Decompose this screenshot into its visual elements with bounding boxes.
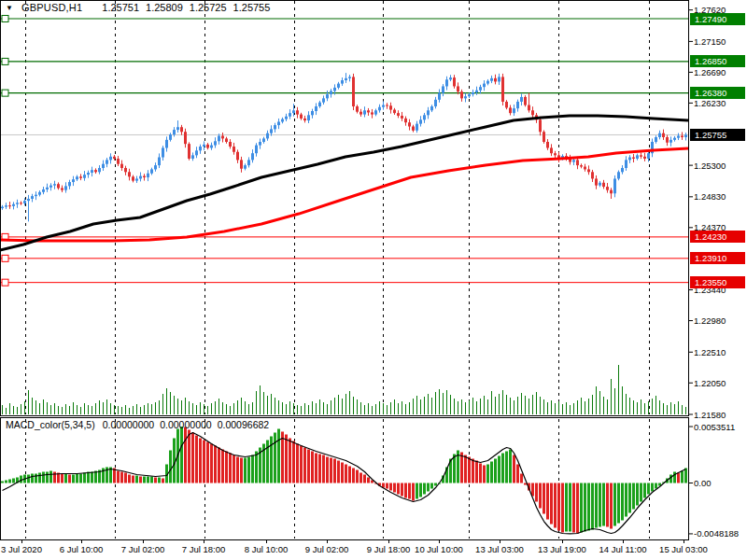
- candle-body: [285, 117, 288, 119]
- candle-body: [247, 160, 250, 165]
- macd-histogram-bar: [617, 483, 620, 524]
- resistance-line-handle[interactable]: [2, 16, 8, 22]
- macd-histogram-bar: [38, 472, 41, 483]
- candle-body: [109, 157, 112, 161]
- candle-body: [356, 106, 359, 112]
- macd-histogram-bar: [8, 480, 11, 483]
- macd-histogram-bar: [300, 446, 303, 483]
- candle-body: [636, 155, 639, 159]
- candle-body: [83, 175, 86, 178]
- macd-histogram-bar: [468, 457, 471, 483]
- macd-histogram-bar: [191, 433, 194, 483]
- candle-body: [427, 110, 430, 115]
- macd-histogram-bar: [404, 483, 407, 498]
- candle-body: [303, 119, 306, 120]
- support-line-handle[interactable]: [2, 279, 8, 286]
- macd-histogram-bar: [135, 476, 138, 483]
- candle-body: [445, 79, 448, 86]
- macd-histogram-bar: [274, 433, 276, 483]
- price-tick-label: 1.22510: [694, 347, 726, 357]
- macd-histogram-bar: [561, 483, 564, 533]
- price-axis[interactable]: [689, 0, 747, 539]
- macd-histogram-bar: [53, 472, 56, 483]
- macd-histogram-bar: [640, 483, 642, 502]
- price-badge-resistance: 1.27490: [690, 13, 745, 25]
- macd-value-3: 0.00096682: [218, 419, 269, 430]
- candle-body: [367, 110, 370, 112]
- moving-average-black[interactable]: [0, 116, 688, 250]
- candle-body: [57, 184, 60, 188]
- candle-body: [408, 122, 411, 126]
- macd-histogram-bar: [401, 483, 403, 497]
- candle-body: [554, 153, 557, 155]
- macd-indicator-label: MACD_color(5,34,5): [6, 419, 95, 430]
- candle-body: [5, 205, 7, 206]
- macd-histogram-bar: [139, 476, 142, 483]
- macd-tick-label: 0.00: [694, 478, 712, 488]
- macd-histogram-bar: [117, 470, 120, 483]
- candle-body: [49, 186, 52, 188]
- macd-histogram-bar: [367, 478, 370, 483]
- candle-body: [472, 92, 474, 94]
- macd-histogram-bar: [363, 474, 366, 483]
- candle-body: [621, 168, 624, 172]
- candle-body: [363, 110, 366, 114]
- candle-body: [61, 189, 63, 190]
- macd-histogram-bar: [318, 454, 321, 483]
- macd-histogram-bar: [255, 452, 258, 483]
- candle-body: [666, 137, 669, 143]
- macd-histogram-bar: [472, 459, 474, 483]
- macd-indicator-header: MACD_color(5,34,5) 0.00000000 0.00000000…: [6, 419, 269, 430]
- candle-body: [681, 136, 684, 137]
- macd-histogram-bar: [572, 483, 575, 533]
- macd-histogram-bar: [42, 472, 45, 483]
- macd-histogram-bar: [91, 472, 93, 483]
- macd-histogram-bar: [655, 483, 657, 489]
- symbol-timeframe-label[interactable]: GBPUSD,H1: [21, 2, 82, 13]
- resistance-line-handle[interactable]: [2, 90, 8, 96]
- macd-histogram-bar: [240, 457, 243, 483]
- candle-body: [442, 86, 444, 92]
- macd-histogram-bar: [483, 465, 486, 483]
- chart-canvas[interactable]: [0, 0, 747, 560]
- candle-body: [27, 199, 30, 201]
- macd-histogram-bar: [628, 483, 631, 513]
- support-line-handle[interactable]: [2, 255, 8, 261]
- macd-histogram-bar: [359, 472, 362, 483]
- candle-body: [102, 164, 105, 168]
- symbol-dropdown-icon[interactable]: ▼: [6, 4, 13, 12]
- candle-body: [132, 176, 134, 180]
- macd-histogram-bar: [569, 483, 571, 532]
- time-axis-label: 7 Jul 18:00: [182, 544, 225, 554]
- candle-body: [595, 178, 598, 185]
- macd-histogram-bar: [677, 472, 680, 483]
- macd-histogram-bar: [128, 474, 131, 483]
- candle-body: [423, 115, 426, 119]
- candle-body: [393, 110, 396, 114]
- candle-body: [91, 170, 93, 173]
- candle-body: [479, 87, 482, 91]
- macd-histogram-bar: [68, 474, 71, 483]
- macd-signal-line: [3, 433, 686, 534]
- macd-histogram-bar: [147, 476, 149, 483]
- candle-body: [416, 124, 418, 131]
- candle-body: [300, 115, 303, 119]
- macd-histogram-bar: [236, 457, 239, 483]
- candle-body: [165, 140, 168, 148]
- candle-body: [576, 160, 579, 165]
- macd-histogram-bar: [195, 435, 198, 483]
- time-axis-label: 9 Jul 02:00: [305, 544, 348, 554]
- candle-body: [457, 86, 459, 91]
- candle-body: [31, 196, 34, 199]
- resistance-line-handle[interactable]: [2, 58, 8, 64]
- macd-histogram-bar: [464, 455, 467, 483]
- candle-body: [270, 129, 273, 133]
- candle-body: [352, 77, 355, 106]
- candle-body: [371, 112, 374, 114]
- macd-histogram-bar: [416, 483, 418, 499]
- candle-body: [438, 93, 441, 100]
- macd-histogram-bar: [326, 457, 329, 483]
- macd-histogram-bar: [516, 465, 519, 483]
- candle-body: [281, 119, 284, 122]
- macd-histogram-bar: [498, 455, 500, 483]
